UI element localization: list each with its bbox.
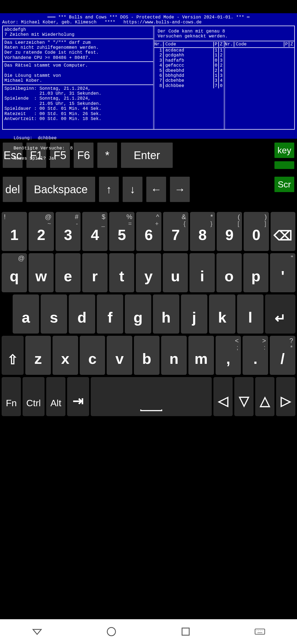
nav-back-button[interactable] — [31, 626, 43, 638]
key-x[interactable]: x — [53, 336, 78, 375]
soft-keyboard: !1@~2#-3$_4%=5^+6&{7*}8([9)]0⌫ @qwertyui… — [0, 212, 297, 416]
key-'[interactable]: "' — [270, 253, 295, 292]
key-arrow-down[interactable]: ▽ — [234, 377, 254, 416]
svg-point-0 — [107, 627, 116, 636]
alphabet-panel: abcdefgh 7 Zeichen mit Wiederholung — [3, 26, 153, 39]
fn-keys-row-2: delBackspace↑↓←→Scr — [0, 173, 297, 202]
dos-right-column: Der Code kann mit genau 8 Versuchen gekn… — [154, 26, 294, 129]
key-0[interactable]: )]0 — [244, 212, 269, 251]
fn-key-f6[interactable]: F6 — [74, 143, 94, 168]
key-l[interactable]: l — [237, 294, 263, 334]
fn-key-backspace[interactable]: Backspace — [26, 177, 95, 202]
key-1[interactable]: !1 — [2, 212, 27, 251]
android-status-bar — [0, 0, 297, 13]
kb-qwerty-row: @qwertyuiop"' — [2, 253, 295, 292]
key-u[interactable]: u — [163, 253, 188, 292]
side-key-scr[interactable]: Scr — [274, 177, 294, 192]
key-q[interactable]: @q — [2, 253, 27, 292]
key-5[interactable]: %=5 — [109, 212, 134, 251]
key-space[interactable] — [91, 377, 212, 416]
table-row: 1acdacad11 — [154, 48, 224, 53]
fn-key-↑[interactable]: ↑ — [99, 177, 119, 202]
fn-key-→[interactable]: → — [170, 177, 190, 202]
svg-rect-1 — [182, 628, 189, 635]
key-j[interactable]: j — [181, 294, 207, 334]
key-y[interactable]: y — [136, 253, 161, 292]
key-v[interactable]: v — [107, 336, 132, 375]
key-arrow-right[interactable]: ▷ — [276, 377, 295, 416]
fn-key-enter[interactable]: Enter — [121, 143, 173, 168]
key-backspace[interactable]: ⌫ — [271, 212, 295, 251]
key-3[interactable]: #-3 — [56, 212, 81, 251]
loesung-value: dchbbee — [38, 136, 57, 141]
key-.[interactable]: >:. — [243, 336, 268, 375]
key-c[interactable]: c — [80, 336, 105, 375]
key-tab[interactable]: ⇥ — [67, 377, 89, 416]
key-h[interactable]: h — [153, 294, 179, 334]
key-/[interactable]: ?*/ — [270, 336, 295, 375]
table-header: Nr. Code P Z — [154, 41, 224, 48]
side-key-blank[interactable] — [274, 161, 294, 169]
attempt-rows-empty — [225, 48, 294, 129]
key-o[interactable]: o — [216, 253, 242, 292]
versuche-label: Benötigte Versuche: — [13, 146, 65, 151]
kb-bottom-row: FnCtrlAlt⇥◁▽△▷ — [2, 377, 295, 416]
col-p-header: P — [214, 42, 219, 47]
neues-spiel-value[interactable]: Ja. — [49, 156, 57, 161]
col-code-header: Code — [164, 42, 214, 47]
dos-author-line: Autor: Michael Kober, geb. Klimesch ****… — [2, 20, 295, 25]
table-row: 7dcbehbe34 — [154, 78, 224, 83]
fn-key-*[interactable]: * — [97, 143, 117, 168]
svg-rect-2 — [255, 629, 265, 634]
key-,[interactable]: <;, — [216, 336, 241, 375]
kb-asdf-row: asdfghjkl↵ — [2, 294, 295, 334]
key-w[interactable]: w — [29, 253, 54, 292]
fn-key-del[interactable]: del — [3, 177, 23, 202]
table-row: 2gcdgahh12 — [154, 53, 224, 58]
nav-recent-button[interactable] — [180, 626, 192, 638]
key-4[interactable]: $_4 — [82, 212, 108, 251]
key-d[interactable]: d — [69, 294, 95, 334]
key-z[interactable]: z — [25, 336, 51, 375]
fn-keys-row-1: EscF1F5F6*Enterkey — [0, 139, 297, 169]
key-ctrl[interactable]: Ctrl — [23, 377, 45, 416]
key-b[interactable]: b — [134, 336, 160, 375]
key-a[interactable]: a — [13, 294, 39, 334]
key-m[interactable]: m — [188, 336, 214, 375]
key-f[interactable]: f — [97, 294, 123, 334]
key-alt[interactable]: Alt — [46, 377, 65, 416]
key-enter[interactable]: ↵ — [265, 294, 295, 334]
fn-key-←[interactable]: ← — [146, 177, 166, 202]
key-i[interactable]: i — [189, 253, 215, 292]
side-key-key[interactable]: key — [274, 143, 294, 158]
key-2[interactable]: @~2 — [29, 212, 54, 251]
hint-panel: Der Code kann mit genau 8 Versuchen gekn… — [154, 26, 294, 41]
key-e[interactable]: e — [55, 253, 81, 292]
attempt-rows: 1acdacad112gcdgahh123hadfafb034gefaccc02… — [154, 48, 224, 129]
key-6[interactable]: ^+6 — [136, 212, 161, 251]
nav-home-button[interactable] — [105, 626, 117, 638]
key-t[interactable]: t — [109, 253, 134, 292]
key-fn[interactable]: Fn — [2, 377, 21, 416]
source-panel: Das Rätsel stammt vom Computer. Die Lösu… — [3, 62, 153, 85]
table-row: 3hadfafb03 — [154, 58, 224, 63]
key-shift[interactable]: ⇧ — [2, 336, 24, 375]
table-row: 8dchbbee70 — [154, 83, 224, 88]
key-9[interactable]: ([9 — [217, 212, 242, 251]
fn-key-↓[interactable]: ↓ — [123, 177, 142, 202]
key-g[interactable]: g — [125, 294, 151, 334]
key-arrow-up[interactable]: △ — [255, 377, 274, 416]
key-k[interactable]: k — [209, 294, 235, 334]
key-7[interactable]: &{7 — [163, 212, 188, 251]
key-n[interactable]: n — [161, 336, 187, 375]
dos-application-screen: ═══ *** Bulls and Cows *** DOS - Protect… — [0, 13, 297, 139]
key-arrow-left[interactable]: ◁ — [213, 377, 233, 416]
table-row: 5dbeebhd24 — [154, 68, 224, 73]
dos-main-frame: abcdefgh 7 Zeichen mit Wiederholung Das … — [2, 26, 295, 130]
key-p[interactable]: p — [243, 253, 269, 292]
table-row: 4gefaccc02 — [154, 63, 224, 68]
nav-keyboard-button[interactable] — [254, 626, 266, 638]
key-r[interactable]: r — [82, 253, 108, 292]
key-s[interactable]: s — [41, 294, 67, 334]
key-8[interactable]: *}8 — [190, 212, 215, 251]
